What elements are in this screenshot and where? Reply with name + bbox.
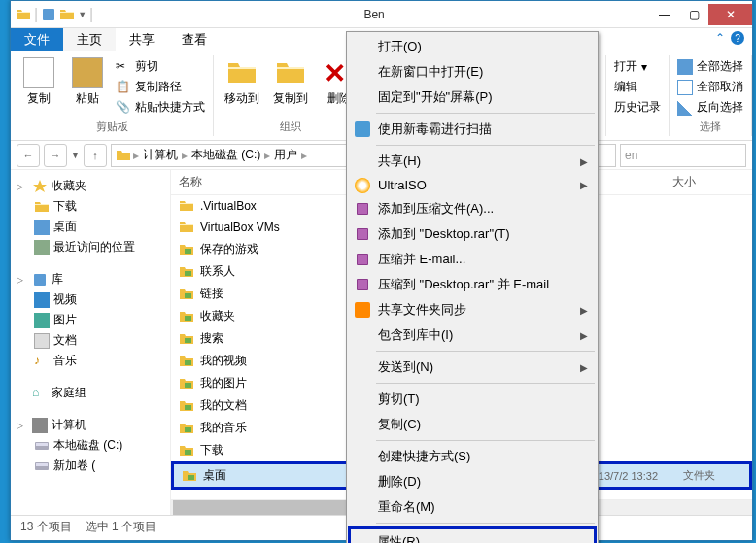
forward-button[interactable]: → [44,144,67,167]
menu-label: 包含到库中(I) [378,326,453,344]
folder-icon [179,309,194,324]
folder-icon [179,376,194,391]
menu-item[interactable]: 压缩并 E-mail... [349,247,596,272]
group-label: 组织 [280,118,301,136]
menu-item[interactable]: 共享(H)▶ [349,149,596,174]
folder-icon [179,398,194,414]
pasteshortcut-button[interactable]: 📎粘贴快捷方式 [114,98,207,117]
ribbon-collapse-icon[interactable]: ⌃ [715,31,725,45]
divider: | [89,6,93,23]
menu-item[interactable]: 发送到(N)▶ [349,355,596,380]
tree-localdisk[interactable]: 本地磁盘 (C:) [11,435,170,456]
qat-folder-icon[interactable] [59,7,75,22]
tab-view[interactable]: 查看 [168,28,221,51]
scissors-icon: ✂ [116,59,131,75]
tree-documents[interactable]: 文档 [11,330,170,351]
copyto-button[interactable]: 复制到 [268,57,313,107]
invert-button[interactable]: 反向选择 [675,98,745,117]
nav-tree[interactable]: ▷收藏夹 下载 桌面 最近访问的位置 ▷库 视频 图片 文档 ♪音乐 ⌂家庭组 … [11,170,171,515]
menu-item[interactable]: 删除(D) [349,469,596,494]
menu-item[interactable]: 添加到压缩文件(A)... [349,196,596,221]
menu-item[interactable]: UltraISO▶ [349,174,596,196]
menu-label: 固定到"开始"屏幕(P) [378,88,493,106]
menu-item[interactable]: 压缩到 "Desktop.rar" 并 E-mail [349,272,596,297]
tree-favorites[interactable]: ▷收藏夹 [11,176,170,196]
help-icon[interactable]: ? [731,31,744,45]
menu-label: 共享文件夹同步 [378,301,466,319]
tree-libraries[interactable]: ▷库 [11,269,170,289]
tab-file[interactable]: 文件 [11,28,63,51]
selectall-button[interactable]: 全部选择 [675,57,745,76]
tree-videos[interactable]: 视频 [11,289,170,310]
tab-share[interactable]: 共享 [116,28,168,51]
tab-home[interactable]: 主页 [63,28,116,51]
copypath-button[interactable]: 📋复制路径 [114,78,207,96]
folder-icon [179,354,194,369]
menu-item[interactable]: 共享文件夹同步▶ [349,297,596,322]
tree-downloads[interactable]: 下载 [11,196,170,217]
tree-recent[interactable]: 最近访问的位置 [11,237,170,257]
tree-desktop[interactable]: 桌面 [11,217,170,237]
search-input[interactable]: en [620,144,746,167]
tree-music[interactable]: ♪音乐 [11,351,170,371]
back-button[interactable]: ← [17,144,40,167]
file-name: 我的文档 [200,397,247,414]
edit-button[interactable]: 编辑 [612,78,663,96]
submenu-arrow-icon: ▶ [580,362,588,373]
submenu-arrow-icon: ▶ [580,156,588,167]
folder-icon [179,421,194,436]
minimize-button[interactable]: — [650,4,679,25]
file-name: 下载 [200,442,223,458]
selectnone-button[interactable]: 全部取消 [675,78,745,96]
menu-label: 删除(D) [378,473,421,491]
selectnone-icon [677,80,693,95]
submenu-arrow-icon: ▶ [580,180,588,190]
menu-item[interactable]: 复制(C) [349,412,596,437]
menu-item[interactable]: 创建快捷方式(S) [349,444,596,469]
menu-item[interactable]: 属性(R) [348,526,597,543]
menu-item[interactable]: 剪切(T) [349,387,596,412]
group-label: 剪贴板 [96,118,128,136]
maximize-button[interactable]: ▢ [679,4,708,25]
menu-item[interactable]: 使用新毒霸进行扫描 [349,117,596,142]
menu-item[interactable]: 重命名(M) [349,494,596,520]
file-type: 文件夹 [683,468,741,483]
qat-dropdown-icon[interactable]: ▼ [78,10,86,19]
menu-item[interactable]: 包含到库中(I)▶ [349,322,596,348]
folder-icon [16,7,31,22]
menu-label: UltraISO [378,178,427,192]
cut-button[interactable]: ✂剪切 [114,57,207,76]
history-button[interactable]: 历史记录 [612,98,663,117]
divider: | [34,6,38,23]
menu-label: 打开(O) [378,38,422,55]
paste-button[interactable]: 粘贴 [65,57,110,107]
folder-icon [116,148,131,163]
menu-item[interactable]: 添加到 "Desktop.rar"(T) [349,221,596,247]
explorer-window: | ▼ | Ben — ▢ ✕ 文件 主页 共享 查看 ⌃ ? 复制 粘贴 [10,0,753,541]
folder-icon [179,242,194,257]
menu-item[interactable]: 打开(O) [349,34,596,59]
recent-dropdown-icon[interactable]: ▼ [71,151,80,160]
menu-item[interactable]: 固定到"开始"屏幕(P) [349,85,596,110]
file-name: 我的图片 [200,375,247,391]
up-button[interactable]: ↑ [84,144,107,167]
menu-item[interactable]: 在新窗口中打开(E) [349,59,596,85]
copy-button[interactable]: 复制 [17,57,61,107]
tree-computer[interactable]: ▷计算机 [11,415,170,435]
col-size[interactable]: 大小 [672,174,744,190]
menu-label: 创建快捷方式(S) [378,448,470,465]
open-button[interactable]: 打开 ▾ [612,57,663,76]
context-menu[interactable]: 打开(O)在新窗口中打开(E)固定到"开始"屏幕(P)使用新毒霸进行扫描共享(H… [346,31,599,543]
tree-pictures[interactable]: 图片 [11,310,170,330]
close-button[interactable]: ✕ [708,4,752,25]
tree-homegroup[interactable]: ⌂家庭组 [11,383,170,403]
file-name: 保存的游戏 [200,241,258,257]
folder-icon [179,264,194,280]
sync-icon [355,302,370,318]
selectall-icon [677,59,693,75]
moveto-button[interactable]: 移动到 [220,57,264,107]
rar-icon [355,226,370,242]
menu-label: 添加到 "Desktop.rar"(T) [378,225,510,243]
qat-icon[interactable] [41,7,56,22]
tree-newvol[interactable]: 新加卷 ( [11,456,170,476]
